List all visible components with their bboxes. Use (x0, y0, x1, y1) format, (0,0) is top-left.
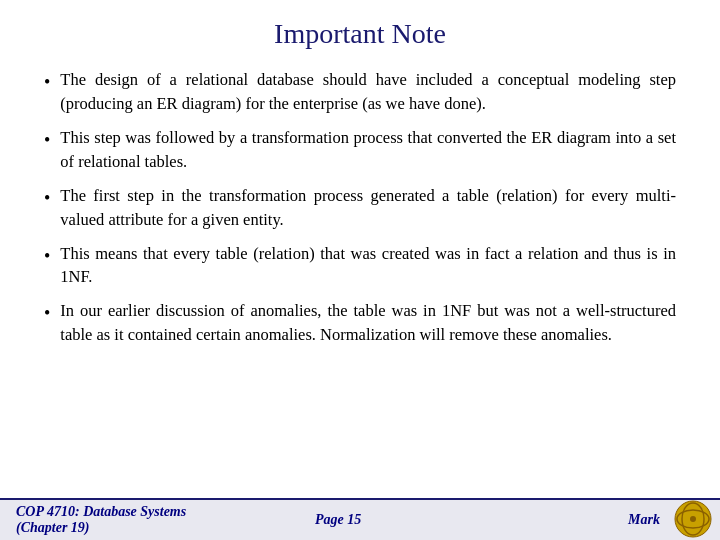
bullet-text-5: In our earlier discussion of anomalies, … (60, 299, 676, 347)
bullet-text-1: The design of a relational database shou… (60, 68, 676, 116)
bullet-dot-5: • (44, 300, 50, 326)
footer-author: Mark (445, 512, 704, 528)
bullet-text-2: This step was followed by a transformati… (60, 126, 676, 174)
bullet-item-1: • The design of a relational database sh… (44, 68, 676, 116)
footer-page: Page 15 (231, 512, 446, 528)
bullet-dot-3: • (44, 185, 50, 211)
bullet-dot-2: • (44, 127, 50, 153)
bullet-dot-4: • (44, 243, 50, 269)
bullet-dot-1: • (44, 69, 50, 95)
slide-content: • The design of a relational database sh… (0, 64, 720, 498)
bullet-item-3: • The first step in the transformation p… (44, 184, 676, 232)
footer-course: COP 4710: Database Systems (Chapter 19) (16, 504, 231, 536)
bullet-item-5: • In our earlier discussion of anomalies… (44, 299, 676, 347)
bullet-text-3: The first step in the transformation pro… (60, 184, 676, 232)
bullet-item-2: • This step was followed by a transforma… (44, 126, 676, 174)
footer-logo (674, 500, 712, 538)
slide: Important Note • The design of a relatio… (0, 0, 720, 540)
bullet-item-4: • This means that every table (relation)… (44, 242, 676, 290)
slide-title: Important Note (0, 0, 720, 64)
svg-point-3 (690, 516, 696, 522)
slide-footer: COP 4710: Database Systems (Chapter 19) … (0, 498, 720, 540)
bullet-text-4: This means that every table (relation) t… (60, 242, 676, 290)
